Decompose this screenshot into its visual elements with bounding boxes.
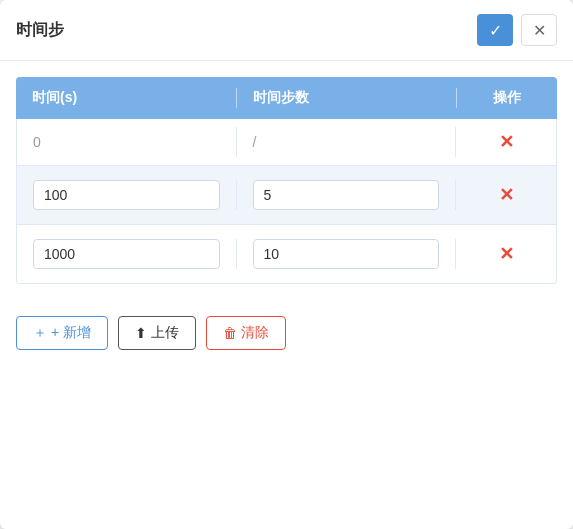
- upload-button[interactable]: ⬆ 上传: [118, 316, 196, 350]
- th-time: 时间(s): [16, 77, 236, 119]
- clear-icon: 🗑: [223, 325, 237, 341]
- td-time-1: [17, 166, 236, 224]
- clear-label: 清除: [241, 324, 269, 342]
- footer-buttons: ＋ + 新增 ⬆ 上传 🗑 清除: [0, 300, 573, 370]
- dialog-header: 时间步 ✓ ✕: [0, 0, 573, 61]
- add-label: + 新增: [51, 324, 91, 342]
- steps-input-2[interactable]: [253, 239, 440, 269]
- add-icon: ＋: [33, 324, 47, 342]
- time-input-1[interactable]: [33, 180, 220, 210]
- td-steps-2: [237, 225, 456, 283]
- th-steps: 时间步数: [237, 77, 457, 119]
- confirm-button[interactable]: ✓: [477, 14, 513, 46]
- upload-label: 上传: [151, 324, 179, 342]
- close-button[interactable]: ✕: [521, 14, 557, 46]
- upload-icon: ⬆: [135, 325, 147, 341]
- table-row: ✕: [17, 166, 556, 225]
- header-buttons: ✓ ✕: [477, 14, 557, 46]
- th-actions: 操作: [457, 77, 557, 119]
- dialog-title: 时间步: [16, 20, 64, 41]
- table-header: 时间(s) 时间步数 操作: [16, 77, 557, 119]
- delete-button-1[interactable]: ✕: [499, 186, 514, 204]
- table-body: 0 / ✕ ✕: [16, 119, 557, 284]
- table-container: 时间(s) 时间步数 操作 0 / ✕: [0, 61, 573, 300]
- add-button[interactable]: ＋ + 新增: [16, 316, 108, 350]
- dialog: 时间步 ✓ ✕ 时间(s) 时间步数 操作 0 / ✕: [0, 0, 573, 529]
- td-steps-1: [237, 166, 456, 224]
- delete-button-0[interactable]: ✕: [499, 133, 514, 151]
- table-row: 0 / ✕: [17, 119, 556, 166]
- time-input-2[interactable]: [33, 239, 220, 269]
- td-actions-1: ✕: [456, 172, 556, 218]
- table-row: ✕: [17, 225, 556, 283]
- td-actions-2: ✕: [456, 231, 556, 277]
- td-time-2: [17, 225, 236, 283]
- td-steps-0: /: [237, 120, 456, 164]
- delete-button-2[interactable]: ✕: [499, 245, 514, 263]
- steps-input-1[interactable]: [253, 180, 440, 210]
- td-actions-0: ✕: [456, 119, 556, 165]
- td-time-0: 0: [17, 120, 236, 164]
- clear-button[interactable]: 🗑 清除: [206, 316, 286, 350]
